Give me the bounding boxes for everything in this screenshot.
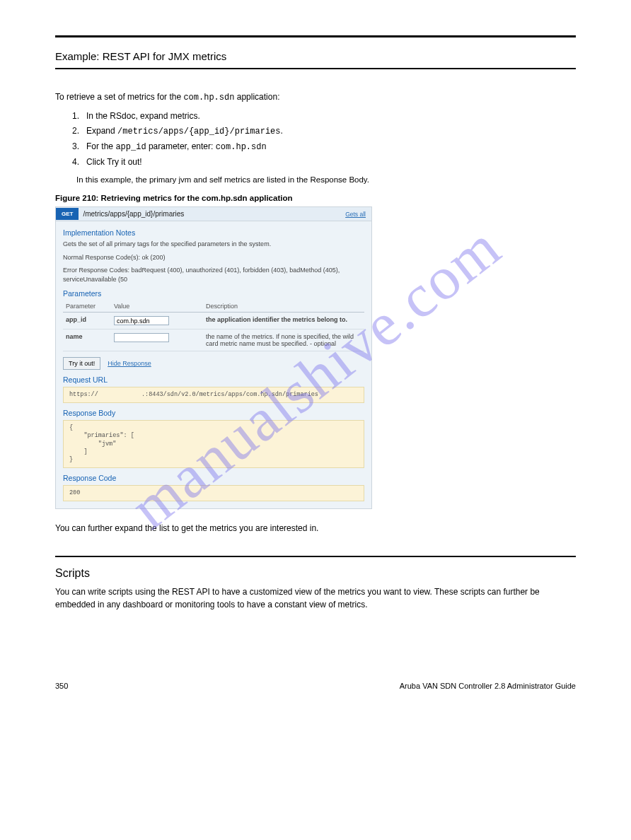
- parameters-table: Parameter Value Description app_id the a…: [63, 301, 364, 351]
- top-rule-2: [55, 68, 576, 69]
- table-row: app_id the application identifier the me…: [63, 313, 364, 329]
- step-4: 4.Click Try it out!: [72, 156, 576, 168]
- step-2: 2.Expand /metrics/apps/{app_id}/primarie…: [72, 124, 576, 138]
- param-name-appid: app_id: [63, 313, 111, 329]
- section-title: Example: REST API for JMX metrics: [55, 50, 576, 62]
- scripts-body: You can write scripts using the REST API…: [55, 585, 576, 611]
- param-desc-appid: the application identifier the metrics b…: [203, 313, 364, 329]
- http-method-badge: GET: [56, 208, 79, 220]
- col-value: Value: [111, 301, 203, 313]
- impl-desc-2: Normal Response Code(s): ok (200): [63, 253, 364, 262]
- param-name-name: name: [63, 329, 111, 351]
- figure-label: Figure 210: Retrieving metrics for the c…: [55, 194, 576, 202]
- page-number: 350: [55, 682, 68, 690]
- implementation-notes-heading: Implementation Notes: [63, 228, 364, 237]
- step-note: In this example, the primary jvm and sel…: [76, 175, 576, 184]
- page-footer: 350 Aruba VAN SDN Controller 2.8 Adminis…: [55, 682, 576, 690]
- hide-response-link[interactable]: Hide Response: [108, 360, 151, 367]
- name-input[interactable]: [114, 333, 169, 342]
- scripts-heading: Scripts: [55, 567, 576, 580]
- table-row: name the name of the metrics. If none is…: [63, 329, 364, 351]
- request-url-heading: Request URL: [63, 375, 364, 384]
- top-rule-1: [55, 35, 576, 37]
- impl-desc-3: Error Response Codes: badRequest (400), …: [63, 266, 364, 284]
- response-code-block: 200: [63, 485, 364, 501]
- response-code-heading: Response Code: [63, 474, 364, 482]
- api-header-row: GET /metrics/apps/{app_id}/primaries Get…: [56, 207, 371, 221]
- parameters-heading: Parameters: [63, 289, 364, 298]
- response-body-block: { "primaries": [ "jvm" ] }: [63, 420, 364, 467]
- after-figure-text: You can further expand the list to get t…: [55, 522, 576, 535]
- param-desc-name: the name of the metrics. If none is spec…: [203, 329, 364, 351]
- response-body-heading: Response Body: [63, 409, 364, 417]
- try-it-out-button[interactable]: Try it out!: [63, 357, 100, 370]
- impl-desc-1: Gets the set of all primary tags for the…: [63, 240, 364, 249]
- endpoint-path: /metrics/apps/{app_id}/primaries: [79, 210, 345, 218]
- intro-line: To retrieve a set of metrics for the com…: [55, 91, 576, 104]
- api-panel: GET /metrics/apps/{app_id}/primaries Get…: [55, 206, 372, 509]
- section-divider: [55, 556, 576, 557]
- gets-all-link[interactable]: Gets all: [345, 211, 371, 218]
- step-1: 1.In the RSdoc, expand metrics.: [72, 110, 576, 122]
- doc-title-footer: Aruba VAN SDN Controller 2.8 Administrat…: [400, 682, 576, 690]
- step-3: 3.For the app_id parameter, enter: com.h…: [72, 140, 576, 153]
- col-description: Description: [203, 301, 364, 313]
- app-id-input[interactable]: [114, 316, 169, 325]
- col-parameter: Parameter: [63, 301, 111, 313]
- request-url-block: https:// .:8443/sdn/v2.0/metrics/apps/co…: [63, 387, 364, 403]
